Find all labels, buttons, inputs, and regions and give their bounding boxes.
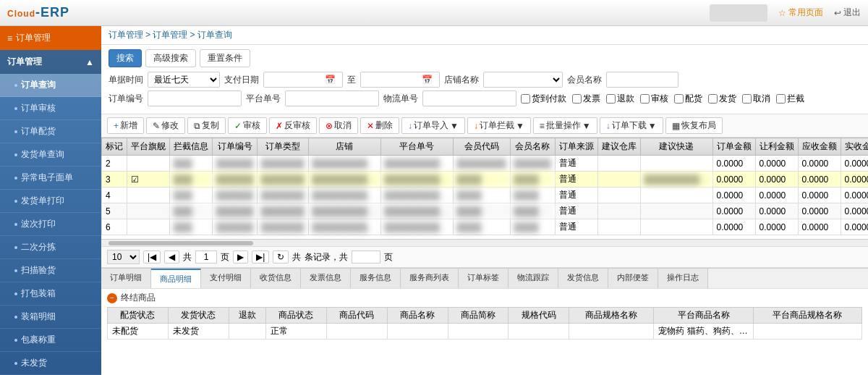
sidebar-item-abnormal-eface[interactable]: 异常电子面单 — [0, 167, 101, 190]
table-row[interactable]: 3 ☑ ███ ██████ ███████ ███████████ █████… — [102, 172, 869, 188]
first-page-button[interactable]: |◀ — [143, 250, 161, 264]
tab-goods-detail[interactable]: 商品明细 — [151, 269, 201, 288]
copy-button[interactable]: ⧉ 复制 — [187, 117, 226, 134]
tab-internal-note[interactable]: 内部便签 — [608, 269, 658, 288]
audit-button[interactable]: ✓ 审核 — [228, 117, 267, 134]
sidebar-module-title[interactable]: 订单管理 ▲ — [0, 50, 101, 74]
sidebar-item-secondary-sort[interactable]: 二次分拣 — [0, 236, 101, 259]
pay-date-end-input[interactable] — [364, 75, 422, 84]
tab-invoice-info[interactable]: 发票信息 — [301, 269, 351, 288]
sidebar-item-wave-print[interactable]: 波次打印 — [0, 213, 101, 236]
cell-mark: ☑ — [127, 172, 170, 188]
cancel-button[interactable]: ⊗ 取消 — [319, 117, 358, 134]
sidebar-item-unshipped[interactable]: 未发货 — [0, 352, 101, 375]
add-button[interactable]: + 新增 — [107, 117, 144, 134]
pay-date-start-input[interactable] — [267, 75, 325, 84]
cell-warehouse — [640, 219, 712, 235]
checkbox-cod-input[interactable] — [521, 94, 530, 104]
table-row[interactable]: 2 ███ ██████ ███████ ███████████ ███████… — [102, 156, 869, 172]
sidebar-item-delivery-print[interactable]: 发货单打印 — [0, 190, 101, 213]
search-button[interactable]: 搜索 — [109, 49, 142, 67]
tab-receipt-info[interactable]: 收货信息 — [251, 269, 301, 288]
pay-date-start[interactable]: 📅 — [263, 72, 343, 88]
member-input[interactable] — [606, 72, 678, 88]
toolbar: + 新增 ✎ 修改 ⧉ 复制 ✓ 审核 ✗ 反审核 ⊗ 取消 — [101, 114, 868, 138]
sidebar-item-order-query[interactable]: 订单查询 — [0, 74, 101, 97]
cell-platform: ███ — [170, 203, 213, 219]
logistics-no-input[interactable] — [422, 90, 516, 106]
checkbox-audit-input[interactable] — [640, 94, 650, 104]
batch-button[interactable]: ≡ 批量操作 ▼ — [533, 117, 597, 134]
order-no-input[interactable] — [148, 90, 242, 106]
shop-select[interactable] — [483, 72, 563, 88]
intercept-button[interactable]: ↓ 订单拦截 ▼ — [467, 117, 531, 134]
sidebar-item-pack-box[interactable]: 打包装箱 — [0, 282, 101, 306]
cell-courier: 0.0000 — [712, 172, 755, 188]
common-pages-link[interactable]: ☆ 常用页面 — [778, 7, 823, 19]
intercept-icon: ↓ — [474, 121, 478, 131]
checkbox-deliver-input[interactable] — [708, 94, 718, 104]
sidebar-item-delivery-query[interactable]: 发货单查询 — [0, 143, 101, 167]
cell-order-type: ███████████ — [308, 203, 380, 219]
col-received: 实收金额 — [841, 138, 868, 156]
tab-operation-log[interactable]: 操作日志 — [658, 269, 708, 288]
cell-receivable: 0.0000 — [841, 172, 868, 188]
page-input[interactable] — [195, 250, 217, 264]
checkbox-audit: 审核 — [640, 93, 668, 105]
tab-delivery-info[interactable]: 发货信息 — [558, 269, 608, 288]
tab-logistics[interactable]: 物流跟踪 — [509, 269, 558, 288]
checkbox-intercept-input[interactable] — [776, 94, 786, 104]
tab-order-tag[interactable]: 订单标签 — [459, 269, 509, 288]
pay-date-end[interactable]: 📅 — [360, 72, 440, 88]
sidebar-item-box-detail[interactable]: 装箱明细 — [0, 306, 101, 329]
cell-order-no: ███████ — [258, 172, 309, 188]
tab-service-list[interactable]: 服务商列表 — [401, 269, 459, 288]
cell-platform-goods-name: 宠物药 猫药、狗药、大药、止吐 吸... — [654, 324, 754, 340]
sidebar-item-order-audit[interactable]: 订单审核 — [0, 97, 101, 120]
table-row[interactable]: 5 ███ ██████ ███████ ███████████ ███████… — [102, 203, 869, 219]
date-select[interactable]: 最近七天 — [148, 72, 220, 88]
logout-link[interactable]: ↩ 退出 — [834, 7, 861, 19]
prev-page-button[interactable]: ◀ — [164, 250, 179, 264]
advanced-search-button[interactable]: 高级搜索 — [145, 49, 196, 67]
edit-button[interactable]: ✎ 修改 — [146, 117, 185, 134]
last-page-button[interactable]: ▶| — [252, 250, 269, 264]
import-button[interactable]: ↓ 订单导入 ▼ — [401, 117, 465, 134]
cell-courier: 0.0000 — [712, 203, 755, 219]
delete-button[interactable]: ✕ 删除 — [360, 117, 399, 134]
checkbox-invoice-input[interactable] — [572, 94, 582, 104]
checkbox-dispatch-input[interactable] — [674, 94, 684, 104]
order-table-container[interactable]: 标记 平台旗舰 拦截信息 订单编号 订单类型 店铺 平台单号 会员代码 会员名称… — [101, 138, 868, 239]
total-pages-input[interactable] — [352, 250, 380, 264]
sidebar-item-scan-verify[interactable]: 扫描验货 — [0, 259, 101, 282]
platform-no-input[interactable] — [285, 90, 379, 106]
sidebar-item-package-weight[interactable]: 包裹称重 — [0, 329, 101, 352]
tab-order-detail[interactable]: 订单明细 — [101, 269, 151, 288]
tab-service-info[interactable]: 服务信息 — [351, 269, 401, 288]
reverse-audit-button[interactable]: ✗ 反审核 — [269, 117, 317, 134]
reset-button[interactable]: 重置条件 — [200, 49, 250, 67]
sidebar-item-label: 异常电子面单 — [21, 172, 73, 184]
records-label: 共 — [292, 251, 301, 264]
col-courier: 建议快递 — [640, 138, 712, 156]
table-row[interactable]: 4 ███ ██████ ███████ ███████████ ███████… — [102, 188, 869, 203]
layout-button[interactable]: ▦ 恢复布局 — [665, 117, 723, 134]
checkbox-cancel-input[interactable] — [742, 94, 752, 104]
cell-shop: ██████████████ — [380, 172, 453, 188]
per-page-select[interactable]: 10 20 50 — [107, 250, 140, 264]
cell-member-code: ████ — [510, 188, 555, 203]
table-row[interactable]: 6 ███ ██████ ███████ ███████████ ███████… — [102, 219, 869, 235]
col-goods-name: 商品名称 — [387, 308, 448, 324]
horizontal-scroll[interactable] — [101, 239, 868, 246]
sidebar-item-order-dispatch[interactable]: 订单配货 — [0, 120, 101, 143]
download-button[interactable]: ↓ 订单下载 ▼ — [600, 117, 663, 134]
intercept-arrow: ▼ — [516, 121, 524, 131]
scroll-thumb[interactable] — [109, 241, 253, 245]
copy-label: 复制 — [202, 119, 219, 132]
next-page-button[interactable]: ▶ — [233, 250, 248, 264]
tab-payment-detail[interactable]: 支付明细 — [201, 269, 251, 288]
refresh-button[interactable]: ↻ — [273, 250, 289, 264]
bottom-table-row[interactable]: 未配货 未发货 正常 宠物药 猫药、狗药、大药、止吐 吸... — [108, 324, 862, 340]
checkbox-dispatch: 配货 — [674, 93, 702, 105]
checkbox-refund-input[interactable] — [606, 94, 616, 104]
